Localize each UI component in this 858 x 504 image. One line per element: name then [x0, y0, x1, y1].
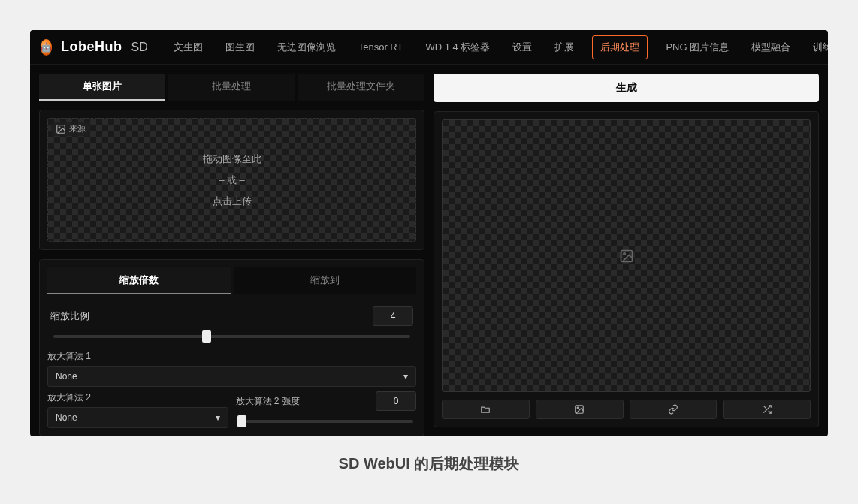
main-area: 单张图片 批量处理 批量处理文件夹 来源 拖动图像至此 – 或 – 点击上传 — [30, 65, 828, 436]
tab-batch-folder[interactable]: 批量处理文件夹 — [298, 74, 424, 101]
open-folder-button[interactable] — [442, 400, 530, 419]
input-mode-tabs: 单张图片 批量处理 批量处理文件夹 — [39, 74, 424, 101]
copy-link-button[interactable] — [630, 400, 718, 419]
link-icon — [668, 404, 678, 415]
scale-mode-tabs: 缩放倍数 缩放到 — [47, 267, 416, 294]
scale-ratio-value[interactable]: 4 — [373, 306, 413, 326]
figure-caption: SD WebUI 的后期处理模块 — [0, 454, 858, 474]
preview-panel — [434, 111, 819, 427]
upscaler1-label: 放大算法 1 — [47, 350, 416, 363]
upscaler2-strength-label: 放大算法 2 强度 — [236, 395, 300, 408]
scale-ratio-thumb[interactable] — [202, 330, 211, 343]
upscaler1-select[interactable]: None ▾ — [47, 366, 416, 387]
tab-single-image[interactable]: 单张图片 — [39, 74, 165, 101]
upscaler2-label: 放大算法 2 — [47, 391, 228, 404]
tab-scale-by[interactable]: 缩放倍数 — [47, 267, 231, 294]
upscaler1-value: None — [56, 371, 77, 382]
generate-button[interactable]: 生成 — [434, 74, 819, 102]
nav-infbrowse[interactable]: 无边图像浏览 — [273, 35, 340, 60]
output-actions — [442, 400, 811, 419]
nav-train[interactable]: 训练 — [808, 35, 828, 60]
dropzone-panel: 来源 拖动图像至此 – 或 – 点击上传 — [39, 110, 424, 250]
upscaler2-value: None — [56, 412, 77, 423]
save-image-button[interactable] — [536, 400, 624, 419]
brand-name: LobeHub — [61, 39, 122, 55]
output-preview — [442, 119, 811, 392]
nav-extensions[interactable]: 扩展 — [550, 35, 579, 60]
image-dropzone[interactable]: 来源 拖动图像至此 – 或 – 点击上传 — [47, 118, 416, 242]
scale-ratio-label: 缩放比例 — [50, 309, 89, 323]
upscaler2-strength-slider[interactable] — [239, 420, 414, 423]
topbar: 🤖 LobeHub SD 文生图 图生图 无边图像浏览 Tensor RT WD… — [30, 30, 828, 65]
logo-icon: 🤖 — [41, 39, 52, 56]
dz-line1: 拖动图像至此 — [203, 152, 261, 166]
tab-scale-to[interactable]: 缩放到 — [234, 267, 417, 294]
nav-postprocess[interactable]: 后期处理 — [592, 35, 648, 59]
upscaler2-row: 放大算法 2 None ▾ 放大算法 2 强度 0 — [47, 387, 416, 428]
left-column: 单张图片 批量处理 批量处理文件夹 来源 拖动图像至此 – 或 – 点击上传 — [39, 74, 424, 427]
shuffle-button[interactable] — [723, 400, 811, 419]
upscaler2-select[interactable]: None ▾ — [47, 407, 228, 428]
dz-line2: – 或 – — [219, 174, 245, 187]
dropzone-hint: 拖动图像至此 – 或 – 点击上传 — [48, 119, 415, 241]
svg-point-12 — [577, 407, 579, 409]
nav-pnginfo[interactable]: PNG 图片信息 — [661, 35, 733, 60]
svg-point-10 — [623, 252, 625, 255]
sub-brand: SD — [131, 41, 148, 54]
upscaler2-strength-thumb[interactable] — [237, 415, 246, 427]
image-icon — [574, 404, 585, 415]
nav-tabs: 文生图 图生图 无边图像浏览 Tensor RT WD 1 4 标签器 设置 扩… — [169, 35, 828, 60]
nav-settings[interactable]: 设置 — [508, 35, 536, 60]
nav-merge[interactable]: 模型融合 — [747, 35, 795, 60]
shuffle-icon — [762, 404, 772, 415]
nav-img2img[interactable]: 图生图 — [221, 35, 259, 60]
nav-txt2img[interactable]: 文生图 — [169, 35, 207, 60]
upscaler2-strength-value[interactable]: 0 — [376, 391, 416, 411]
scale-ratio-row: 缩放比例 4 — [47, 302, 416, 346]
right-column: 生成 — [434, 74, 819, 427]
nav-tensorrt[interactable]: Tensor RT — [354, 35, 408, 59]
scale-ratio-slider[interactable] — [53, 335, 410, 338]
app-window: 🤖 LobeHub SD 文生图 图生图 无边图像浏览 Tensor RT WD… — [30, 30, 828, 436]
scale-panel: 缩放倍数 缩放到 缩放比例 4 放大算法 1 None ▾ — [39, 259, 424, 436]
dz-line3: 点击上传 — [213, 195, 252, 208]
chevron-down-icon: ▾ — [403, 371, 408, 382]
tab-batch[interactable]: 批量处理 — [168, 74, 295, 101]
image-placeholder-icon — [619, 249, 634, 264]
chevron-down-icon: ▾ — [216, 412, 220, 423]
folder-icon — [480, 404, 491, 415]
nav-wd14[interactable]: WD 1 4 标签器 — [421, 35, 494, 60]
